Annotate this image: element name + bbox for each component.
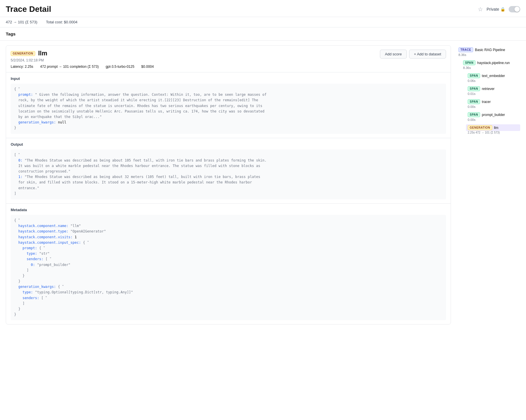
output-section: Output [ ˅ 0: "The Rhodes Statue was des… <box>6 138 451 204</box>
trace-root-name: Basic RAG Pipeline <box>475 48 505 52</box>
llm-name: llm <box>494 126 498 130</box>
page-title: Trace Detail <box>6 5 51 14</box>
private-label: Private 🔒 <box>486 7 505 12</box>
text-embedder-time: 0.06s <box>466 79 520 82</box>
metadata-label: Metadata <box>11 208 446 212</box>
card-header: GENERATION llm 5/2/2024, 1:02:18 PM Add … <box>6 46 451 65</box>
retriever-name: retriever <box>482 87 495 91</box>
card-actions: Add score + Add to dataset <box>380 50 446 59</box>
right-panel: TRACE Basic RAG Pipeline 8.36s SPAN hays… <box>451 45 520 325</box>
text-embedder-header[interactable]: SPAN text_embedder <box>466 72 520 79</box>
pipeline-run-time: 8.36s <box>461 66 520 70</box>
model-name: llm <box>38 50 47 57</box>
add-dataset-button[interactable]: + Add to dataset <box>409 50 446 59</box>
trace-retriever[interactable]: SPAN retriever 0.01s <box>466 84 520 97</box>
lock-icon: 🔒 <box>500 7 505 12</box>
metadata-code: { ˅ haystack.component.name: "llm" hayst… <box>11 215 446 320</box>
trace-root[interactable]: TRACE Basic RAG Pipeline 8.36s <box>457 45 520 58</box>
token-count: 472 → 101 (Σ 573) <box>6 20 37 24</box>
model-stat: gpt-3.5-turbo-0125 <box>106 65 134 69</box>
tracer-time: 0.00s <box>466 105 520 108</box>
trace-tracer[interactable]: SPAN tracer 0.00s <box>466 97 520 110</box>
add-score-button[interactable]: Add score <box>380 50 407 59</box>
span-badge-embedder: SPAN <box>468 73 480 78</box>
trace-llm[interactable]: GENERATION llm 2.25s 472 → 101 (Σ 573) <box>466 123 520 135</box>
llm-stats: 2.25s 472 → 101 (Σ 573) <box>466 131 520 134</box>
tracer-header[interactable]: SPAN tracer <box>466 98 520 105</box>
pipeline-run-name: haystack.pipeline.run <box>477 61 510 65</box>
llm-header[interactable]: GENERATION llm <box>466 124 520 131</box>
span-badge-retriever: SPAN <box>468 86 480 91</box>
token-stat: 472 prompt → 101 completion (Σ 573) <box>40 65 99 69</box>
span-badge-prompt: SPAN <box>468 112 480 117</box>
input-label: Input <box>11 76 446 81</box>
left-panel: GENERATION llm 5/2/2024, 1:02:18 PM Add … <box>6 45 451 325</box>
input-code: { ˅ prompt: " Given the following inform… <box>11 84 446 134</box>
star-icon[interactable]: ☆ <box>478 6 483 13</box>
total-cost: Total cost: $0.0004 <box>46 20 77 24</box>
header-right: ☆ Private 🔒 <box>478 6 520 13</box>
generation-card: GENERATION llm 5/2/2024, 1:02:18 PM Add … <box>6 45 451 325</box>
input-section: Input { ˅ prompt: " Given the following … <box>6 72 451 138</box>
trace-badge: TRACE <box>458 47 473 52</box>
trace-pipeline-children: SPAN text_embedder 0.06s SPAN retriever … <box>461 71 520 135</box>
span-badge-tracer: SPAN <box>468 99 480 104</box>
retriever-time: 0.01s <box>466 92 520 95</box>
tracer-name: tracer <box>482 100 491 104</box>
tags-section: Tags <box>0 27 526 41</box>
trace-pipeline-run[interactable]: SPAN haystack.pipeline.run 8.36s <box>461 58 520 71</box>
trace-children: SPAN haystack.pipeline.run 8.36s SPAN te… <box>457 58 520 135</box>
card-header-left: GENERATION llm 5/2/2024, 1:02:18 PM <box>11 50 47 62</box>
prompt-builder-name: prompt_builder <box>482 113 505 117</box>
cost-stat: $0.0004 <box>141 65 154 69</box>
page-header: Trace Detail ☆ Private 🔒 <box>0 0 526 17</box>
text-embedder-name: text_embedder <box>482 74 505 78</box>
latency-stat: Latency: 2.25s <box>11 65 33 69</box>
private-toggle[interactable] <box>509 6 520 12</box>
trace-tree: TRACE Basic RAG Pipeline 8.36s SPAN hays… <box>457 45 520 135</box>
trace-prompt-builder[interactable]: SPAN prompt_builder 0.00s <box>466 110 520 123</box>
prompt-builder-time: 0.00s <box>466 118 520 121</box>
main-content: GENERATION llm 5/2/2024, 1:02:18 PM Add … <box>0 41 526 329</box>
card-title-row: GENERATION llm <box>11 50 47 57</box>
metadata-section: Metadata { ˅ haystack.component.name: "l… <box>6 203 451 324</box>
output-label: Output <box>11 142 446 147</box>
card-timestamp: 5/2/2024, 1:02:18 PM <box>11 58 47 62</box>
card-stats: Latency: 2.25s 472 prompt → 101 completi… <box>6 65 451 72</box>
generation-badge-llm: GENERATION <box>468 125 492 130</box>
span-badge-pipeline: SPAN <box>463 60 475 65</box>
trace-text-embedder[interactable]: SPAN text_embedder 0.06s <box>466 71 520 84</box>
generation-badge: GENERATION <box>11 51 35 56</box>
output-code: [ ˅ 0: "The Rhodes Statue was described … <box>11 149 446 200</box>
trace-root-header[interactable]: TRACE Basic RAG Pipeline <box>457 46 520 53</box>
trace-pipeline-header[interactable]: SPAN haystack.pipeline.run <box>461 59 520 66</box>
trace-root-time: 8.36s <box>457 53 520 57</box>
prompt-builder-header[interactable]: SPAN prompt_builder <box>466 111 520 118</box>
token-info-bar: 472 → 101 (Σ 573) Total cost: $0.0004 <box>0 17 526 27</box>
retriever-header[interactable]: SPAN retriever <box>466 85 520 92</box>
